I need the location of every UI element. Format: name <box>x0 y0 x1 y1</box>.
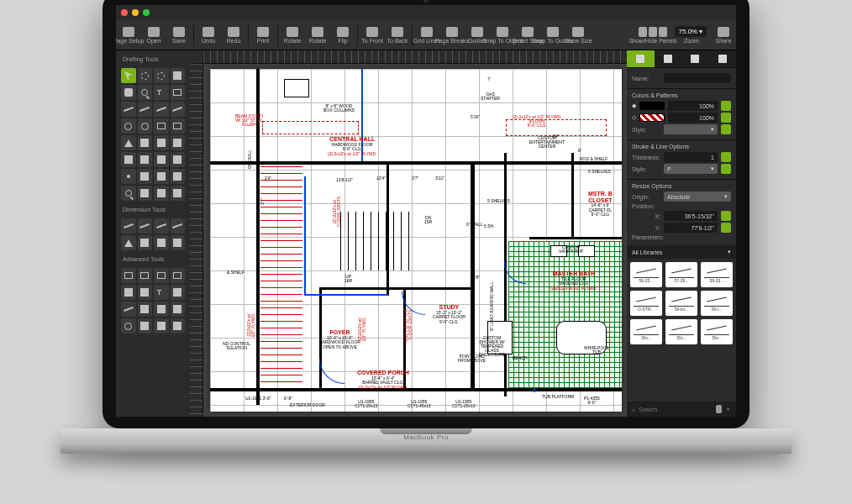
wall[interactable] <box>529 237 622 239</box>
library-item-3[interactable]: D-STR... <box>630 291 662 316</box>
wall[interactable] <box>210 161 622 165</box>
plan-annotation[interactable]: 5 SH. <box>484 224 495 228</box>
flip-button[interactable]: Flip <box>330 21 355 50</box>
plan-annotation[interactable]: DN15R <box>424 216 432 224</box>
room-label[interactable]: COVERED PORCH15'-4" x 6'-4"BARREL VAULT … <box>357 370 409 390</box>
undo-button[interactable]: Undo <box>196 21 221 50</box>
drafting-tool-31[interactable] <box>171 186 186 201</box>
library-item-5[interactable]: 59-r... <box>701 291 733 316</box>
plan-annotation[interactable]: 5 SHELVES <box>487 199 510 203</box>
plan-annotation[interactable]: CUSTOMENTERTAINMENTCENTER <box>529 136 565 149</box>
floor-joist[interactable] <box>260 220 302 221</box>
drafting-tool-4[interactable] <box>121 85 136 100</box>
beam-outline[interactable] <box>262 121 359 134</box>
drafting-tool-18[interactable] <box>154 135 169 150</box>
y-stepper[interactable] <box>721 223 731 233</box>
floor-joist[interactable] <box>260 375 302 375</box>
drafting-tool-10[interactable] <box>154 102 169 117</box>
advanced-tool-9[interactable] <box>138 302 153 317</box>
stair-tread[interactable] <box>386 212 387 270</box>
plan-annotation[interactable]: ROD & SHELF <box>580 157 607 161</box>
drafting-tool-11[interactable] <box>171 102 186 117</box>
stair-tread[interactable] <box>408 212 409 270</box>
share-button[interactable]: Share <box>711 21 736 50</box>
advanced-tool-8[interactable] <box>121 302 136 317</box>
thickness-stepper[interactable] <box>721 152 731 162</box>
zoom-value[interactable]: 75.0% ▾ <box>675 26 707 37</box>
stroke-opacity[interactable]: 100% <box>668 113 718 123</box>
inspector-tab-2[interactable] <box>655 50 682 67</box>
floor-joist[interactable] <box>260 166 302 167</box>
drafting-tool-0[interactable] <box>121 68 136 83</box>
ruler-origin[interactable] <box>190 50 203 64</box>
plan-annotation[interactable]: U1-1955C1T1-40x13 <box>408 400 431 408</box>
floor-joist[interactable] <box>260 260 302 261</box>
room-label[interactable]: MASTER BATHTILE FLOORVAULTED CLG(2)2x12'… <box>550 270 597 291</box>
plan-annotation[interactable]: 6" WALL <box>466 223 482 227</box>
plumbing-wall[interactable] <box>304 294 388 296</box>
fill-swatch[interactable] <box>639 102 665 110</box>
dimension-tool-5[interactable] <box>138 235 153 250</box>
plan-annotation[interactable]: EXTERIOR DOOR <box>290 403 325 407</box>
to-front-button[interactable]: To Front <box>360 21 385 50</box>
print-button[interactable]: Print <box>250 21 276 50</box>
inspector-tab-3[interactable] <box>681 50 709 67</box>
guides-button[interactable]: Guides <box>465 21 490 50</box>
plan-annotation[interactable]: 7' <box>487 77 491 81</box>
floor-joist[interactable] <box>260 274 302 275</box>
stroke-swatch[interactable] <box>639 113 665 122</box>
room-label[interactable]: MSTR. BCLOSET14'-6" x 6'CARPET FL9'-0" C… <box>588 191 613 218</box>
drafting-tool-1[interactable] <box>138 68 153 83</box>
drafting-tool-23[interactable] <box>171 152 186 167</box>
drafting-tool-16[interactable] <box>121 135 136 150</box>
library-search-input[interactable] <box>639 407 713 412</box>
style-opts-button[interactable] <box>721 124 731 134</box>
plan-annotation[interactable]: (2)2x12's w/1/2" PLYWD. <box>358 318 366 342</box>
drafting-tool-17[interactable] <box>138 135 153 150</box>
plan-annotation[interactable]: GASSTARTER <box>481 92 500 101</box>
stair-tread[interactable] <box>393 212 394 270</box>
floor-joist[interactable] <box>260 267 302 268</box>
wall[interactable] <box>319 287 471 290</box>
wall[interactable] <box>504 153 507 396</box>
advanced-tool-2[interactable] <box>154 268 169 283</box>
plan-annotation[interactable]: (2) 2x12's w/FLOOR JOISTS <box>333 197 341 227</box>
floor-joist[interactable] <box>260 254 302 255</box>
minimize-window-icon[interactable] <box>132 9 139 16</box>
inspector-tab-4[interactable] <box>709 50 737 67</box>
drafting-tool-30[interactable] <box>154 186 169 201</box>
drafting-tool-19[interactable] <box>171 135 186 150</box>
floor-joist[interactable] <box>260 294 302 295</box>
grid-lines-button[interactable]: Grid Lines <box>414 21 439 50</box>
plan-annotation[interactable]: 13'8" <box>471 276 480 280</box>
library-item-1[interactable]: 57-29... <box>665 262 697 287</box>
fill-opacity[interactable]: 100% <box>668 101 718 111</box>
snap-object-button[interactable]: Snap To Object <box>490 21 515 50</box>
plan-annotation[interactable]: (2)2x12's w/1/2" PLYWD. <box>247 313 255 338</box>
plan-annotation[interactable]: 6" LOAD BEARING WALL <box>490 281 494 330</box>
advanced-tool-5[interactable] <box>138 285 153 300</box>
plan-annotation[interactable]: 6'-8" <box>284 396 292 401</box>
to-back-button[interactable]: To Back <box>385 21 410 50</box>
floor-joist[interactable] <box>260 173 302 174</box>
floor-joist[interactable] <box>260 341 302 342</box>
page-breaks-button[interactable]: Page Breaks <box>439 21 465 50</box>
add-icon[interactable]: ＋ <box>725 405 731 413</box>
dimension-tool-1[interactable] <box>138 218 153 234</box>
inspector-tab-properties[interactable] <box>627 50 655 67</box>
floor-joist[interactable] <box>260 321 302 322</box>
advanced-tool-15[interactable] <box>171 318 186 333</box>
stair-tread[interactable] <box>363 212 364 270</box>
floor-joist[interactable] <box>260 314 302 315</box>
y-input[interactable]: 77'8-1/2" <box>664 223 718 233</box>
drafting-tool-24[interactable] <box>121 169 136 184</box>
drafting-tool-3[interactable] <box>171 68 186 83</box>
wall[interactable] <box>571 153 574 237</box>
range-fixture[interactable] <box>284 79 309 97</box>
floor-joist[interactable] <box>260 307 302 308</box>
advanced-tool-11[interactable] <box>171 302 186 317</box>
door-swing[interactable] <box>319 359 344 384</box>
drafting-tool-6[interactable] <box>154 85 169 100</box>
page-setup-button[interactable]: Page Setup <box>116 21 141 50</box>
snap-guides-button[interactable]: Snap To Guides <box>540 21 565 50</box>
